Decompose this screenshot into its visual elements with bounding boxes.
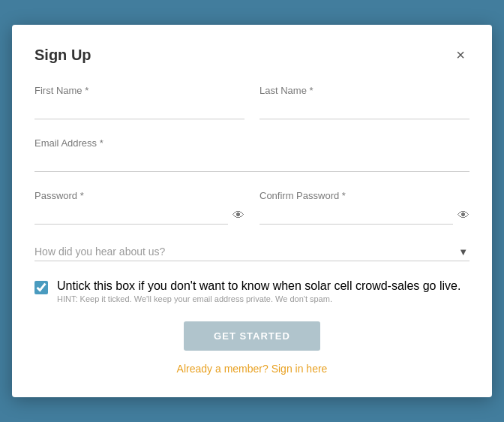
email-row: Email Address * [34, 137, 470, 172]
email-input[interactable] [34, 153, 470, 172]
password-row: Password * 👁 Confirm Password * 👁 [34, 190, 470, 225]
checkbox-label: Untick this box if you don't want to kno… [57, 279, 460, 292]
signin-link[interactable]: Already a member? Sign in here [177, 363, 328, 375]
confirm-password-eye-icon[interactable]: 👁 [458, 209, 470, 222]
how-heard-row: How did you hear about us? Google Social… [34, 243, 470, 261]
signup-modal: Sign Up × First Name * Last Name * Email… [12, 25, 492, 397]
password-input-wrapper: 👁 [34, 206, 244, 225]
modal-header: Sign Up × [34, 46, 470, 64]
first-name-group: First Name * [34, 85, 244, 119]
email-group: Email Address * [34, 137, 470, 172]
checkbox-row: Untick this box if you don't want to kno… [34, 279, 470, 303]
password-eye-icon[interactable]: 👁 [232, 209, 244, 222]
last-name-label: Last Name * [260, 85, 470, 96]
last-name-group: Last Name * [260, 85, 470, 119]
password-input[interactable] [34, 206, 228, 225]
confirm-password-label: Confirm Password * [260, 190, 470, 201]
submit-button[interactable]: GET STARTED [184, 321, 320, 351]
confirm-password-input[interactable] [260, 206, 453, 225]
confirm-password-group: Confirm Password * 👁 [260, 190, 470, 225]
password-group: Password * 👁 [34, 190, 244, 225]
newsletter-checkbox[interactable] [34, 281, 48, 294]
signin-link-container: Already a member? Sign in here [34, 363, 470, 375]
checkbox-text: Untick this box if you don't want to kno… [57, 279, 460, 303]
how-heard-group: How did you hear about us? Google Social… [34, 243, 470, 261]
modal-title: Sign Up [34, 47, 92, 64]
how-heard-select-wrapper: How did you hear about us? Google Social… [34, 243, 470, 261]
name-row: First Name * Last Name * [34, 85, 470, 119]
email-label: Email Address * [34, 137, 470, 149]
checkbox-hint: HINT: Keep it ticked. We'll keep your em… [57, 294, 460, 303]
first-name-input[interactable] [34, 101, 244, 119]
first-name-label: First Name * [34, 85, 244, 96]
confirm-password-input-wrapper: 👁 [260, 206, 470, 225]
last-name-input[interactable] [260, 101, 470, 119]
how-heard-select[interactable]: How did you hear about us? Google Social… [34, 243, 470, 261]
close-button[interactable]: × [452, 46, 470, 64]
password-label: Password * [34, 190, 244, 201]
